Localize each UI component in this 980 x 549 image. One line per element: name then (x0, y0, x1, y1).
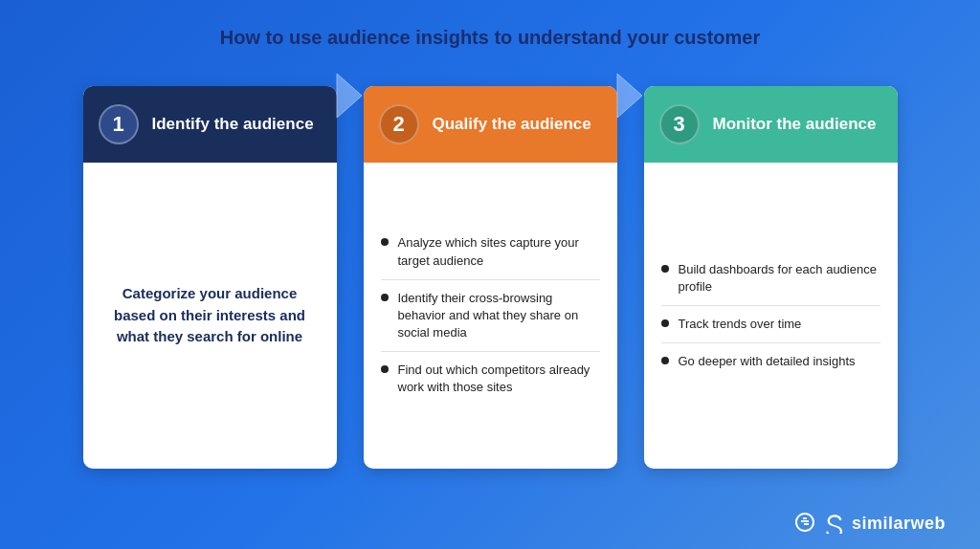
bullet-item-2-1: Analyze which sites capture your target … (381, 225, 600, 279)
step-circle-1: 1 (99, 104, 139, 144)
card-3: 3Monitor the audienceBuild dashboards fo… (644, 86, 898, 469)
bullet-text-3-3: Go deeper with detailed insights (679, 353, 856, 370)
card-body-1: Categorize your audience based on their … (83, 163, 337, 469)
bullet-text-2-2: Identify their cross-browsing behavior a… (398, 290, 600, 342)
sw-s-icon (824, 513, 845, 534)
bullet-text-3-1: Build dashboards for each audience profi… (679, 261, 880, 296)
card-wrapper-2: 2Qualify the audienceAnalyze which sites… (364, 72, 617, 483)
card-body-2: Analyze which sites capture your target … (364, 163, 617, 469)
logo-text: similarweb (852, 514, 946, 534)
page-title: How to use audience insights to understa… (0, 0, 980, 72)
bullet-list-2: Analyze which sites capture your target … (381, 225, 600, 406)
bullet-item-2-3: Find out which competitors already work … (381, 352, 600, 406)
bullet-dot-2-1 (381, 238, 389, 246)
card-header-2: 2Qualify the audience (364, 86, 617, 163)
card-header-title-1: Identify the audience (152, 114, 314, 135)
card-1: 1Identify the audienceCategorize your au… (83, 86, 337, 469)
bullet-dot-3-3 (661, 357, 669, 364)
similarweb-logo-icon (792, 511, 817, 536)
bullet-text-2-3: Find out which competitors already work … (398, 362, 600, 396)
card-2: 2Qualify the audienceAnalyze which sites… (364, 86, 617, 469)
card-header-3: 3Monitor the audience (644, 86, 898, 163)
bullet-item-3-3: Go deeper with detailed insights (661, 343, 880, 380)
card-header-1: 1Identify the audience (83, 86, 337, 163)
card-wrapper-1: 1Identify the audienceCategorize your au… (83, 72, 337, 483)
card-wrapper-3: 3Monitor the audienceBuild dashboards fo… (644, 72, 898, 483)
bullet-item-3-2: Track trends over time (661, 306, 880, 343)
card-body-3: Build dashboards for each audience profi… (644, 163, 898, 469)
card-header-title-3: Monitor the audience (713, 114, 877, 135)
step-circle-2: 2 (379, 104, 419, 144)
bullet-text-3-2: Track trends over time (679, 316, 802, 333)
bullet-dot-2-2 (381, 294, 389, 301)
step-circle-3: 3 (659, 104, 700, 144)
cards-container: 1Identify the audienceCategorize your au… (0, 72, 980, 483)
bullet-item-3-1: Build dashboards for each audience profi… (661, 252, 880, 306)
bullet-list-3: Build dashboards for each audience profi… (661, 252, 880, 381)
logo-area: similarweb (792, 511, 946, 536)
bullet-dot-3-1 (661, 265, 669, 273)
chevron-arrow-1 (333, 72, 368, 120)
svg-marker-0 (337, 74, 362, 118)
bullet-text-2-1: Analyze which sites capture your target … (398, 234, 600, 269)
svg-marker-1 (617, 74, 642, 118)
card-body-text-1: Categorize your audience based on their … (100, 283, 320, 348)
bullet-item-2-2: Identify their cross-browsing behavior a… (381, 280, 600, 353)
bullet-dot-2-3 (381, 365, 389, 373)
card-header-title-2: Qualify the audience (433, 114, 591, 135)
chevron-arrow-2 (613, 72, 648, 120)
bullet-dot-3-2 (661, 319, 669, 327)
